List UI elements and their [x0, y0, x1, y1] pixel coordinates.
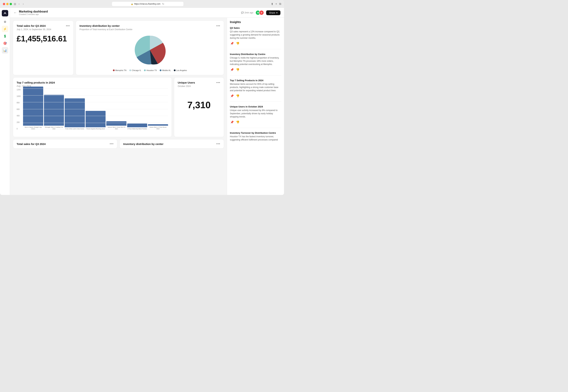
- minimize-button[interactable]: [6, 3, 9, 5]
- insight-2-pin-button[interactable]: 📌: [230, 94, 234, 98]
- sidebar-item-dollar[interactable]: 💲: [2, 33, 8, 39]
- insight-item-2: Top 7 Selling Products in 2024 Menswear …: [230, 79, 281, 102]
- peek-card-1-more-button[interactable]: •••: [110, 142, 114, 145]
- peek-card-1-title: Total sales for Q3 2024: [17, 142, 45, 145]
- lock-icon: 🔒: [131, 3, 133, 5]
- inventory-card-title: Inventory distribution by center: [79, 24, 120, 27]
- insight-2-text: Menswear items account for 65% of top-se…: [230, 83, 281, 92]
- sidebar-item-chart[interactable]: 📊: [2, 47, 8, 54]
- sidebar-item-target[interactable]: 🎯: [2, 40, 8, 46]
- dashboard: Total sales for Q3 2024 ••• July 1, 2024…: [10, 18, 284, 195]
- peek-card-2-title: Inventory distribution by center: [123, 142, 163, 145]
- insight-0-title: Q3 Sales: [230, 27, 281, 29]
- legend-houston: Houston TX: [144, 69, 157, 71]
- insight-item-4: Inventory Turnover by Distribution Centr…: [230, 132, 281, 145]
- insight-2-title: Top 7 Selling Products in 2024: [230, 79, 281, 82]
- insights-title: Insights: [230, 21, 281, 24]
- insight-0-pin-button[interactable]: 📌: [230, 42, 234, 45]
- insight-0-actions: 📌 👎: [230, 42, 281, 45]
- browser-actions: ⬆ + ⧉: [271, 2, 281, 6]
- insight-0-text: Q3 sales represent a 12% increase compar…: [230, 30, 281, 40]
- y-axis: 0 200 400 600 800 1000 1200: [17, 89, 23, 133]
- sidebar-toggle[interactable]: ⊞: [14, 2, 16, 6]
- address-bar[interactable]: 🔒 https://chat.eu.fluenthq.com ↻: [112, 2, 183, 6]
- sidebar-item-settings[interactable]: ⚙: [2, 19, 8, 25]
- header-right: 💬 2min ago N D Share ▾: [241, 10, 280, 15]
- sales-card-subtitle: July 1, 2024, to September 30, 2024: [17, 28, 70, 31]
- browser-chrome: ⊞ ‹ › 🔒 https://chat.eu.fluenthq.com ↻ ⬆…: [0, 0, 284, 8]
- bottom-row: Top 7 selling products in 2024 Aug - Oct…: [13, 77, 224, 137]
- insight-0-dislike-button[interactable]: 👎: [236, 42, 240, 45]
- insight-item-1: Inventory Distribution by Centre Chicago…: [230, 53, 281, 75]
- header-title-area: Marketing dashboard Created 2 minutes ag…: [19, 10, 239, 15]
- close-button[interactable]: [3, 3, 5, 5]
- users-card: Unique Users ••• October 2024 7,310: [174, 77, 224, 137]
- insight-1-text: Chicago IL holds the highest proportion …: [230, 56, 281, 66]
- users-card-subtitle: October 2024: [178, 85, 220, 87]
- share-icon[interactable]: ⬆: [271, 2, 273, 6]
- legend-la: Los Angeles: [174, 69, 187, 71]
- chat-icon: 💬: [241, 12, 244, 14]
- insight-2-dislike-button[interactable]: 👎: [236, 94, 240, 98]
- sales-card: Total sales for Q3 2024 ••• July 1, 2024…: [13, 21, 73, 75]
- insights-panel: Insights Q3 Sales Q3 sales represent a 1…: [227, 18, 284, 195]
- sidebar-item-lightning[interactable]: ⚡: [2, 26, 8, 32]
- peek-card-2: Inventory distribution by center •••: [119, 139, 224, 149]
- inventory-card-more-button[interactable]: •••: [216, 24, 220, 28]
- insight-3-pin-button[interactable]: 📌: [230, 120, 234, 124]
- insight-4-text: Houston TX has the fastest inventory tur…: [230, 135, 281, 141]
- insight-3-title: Unique Users in October 2024: [230, 105, 281, 108]
- sales-card-title: Total sales for Q3 2024: [17, 24, 45, 27]
- grid-lines: [23, 89, 168, 130]
- insight-2-actions: 📌 👎: [230, 94, 281, 98]
- page-header: ← Marketing dashboard Created 2 minutes …: [10, 8, 284, 18]
- main-area: ← Marketing dashboard Created 2 minutes …: [10, 8, 284, 195]
- app-logo: [2, 10, 8, 16]
- insight-1-title: Inventory Distribution by Centre: [230, 53, 281, 56]
- inventory-card-subtitle: Proportion of Total inventory at Each Di…: [79, 28, 220, 31]
- insight-1-actions: 📌 👎: [230, 68, 281, 72]
- url-text: https://chat.eu.fluenthq.com: [134, 3, 160, 5]
- reload-button[interactable]: ↻: [162, 2, 164, 5]
- pie-chart-container: Memphis TN Chicago IL Houston TX: [79, 32, 220, 71]
- page-subtitle: Created 2 minutes ago: [19, 13, 239, 15]
- insight-3-actions: 📌 👎: [230, 120, 281, 124]
- top-row: Total sales for Q3 2024 ••• July 1, 2024…: [13, 21, 224, 75]
- insight-4-title: Inventory Turnover by Distribution Centr…: [230, 132, 281, 134]
- avatar-group: N D: [255, 10, 264, 15]
- pie-legend: Memphis TN Chicago IL Houston TX: [113, 69, 187, 71]
- peek-card-1: Total sales for Q3 2024 •••: [13, 139, 117, 149]
- time-ago: 💬 2min ago: [241, 12, 253, 14]
- bar-chart-wrapper: 0 200 400 600 800 1000 1200: [17, 89, 168, 133]
- insight-1-pin-button[interactable]: 📌: [230, 68, 234, 72]
- icon-sidebar: ⚙ ⚡ 💲 🎯 📊: [0, 8, 10, 195]
- legend-chicago: Chicago IL: [129, 69, 141, 71]
- insight-3-dislike-button[interactable]: 👎: [236, 120, 240, 124]
- maximize-button[interactable]: [10, 3, 12, 5]
- bar-card: Top 7 selling products in 2024 Aug - Oct…: [13, 77, 172, 137]
- page-title: Marketing dashboard: [19, 10, 239, 13]
- nav-back-button[interactable]: ‹: [18, 2, 20, 6]
- app-window: ⚙ ⚡ 💲 🎯 📊 ← Marketing dashboard Created …: [0, 8, 284, 195]
- back-button[interactable]: ←: [14, 11, 17, 15]
- sales-value: £1,455,516.61: [17, 34, 70, 43]
- chevron-down-icon: ▾: [276, 12, 277, 14]
- windows-icon[interactable]: ⧉: [279, 2, 281, 6]
- insight-item-3: Unique Users in October 2024 Unique user…: [230, 105, 281, 128]
- sales-card-more-button[interactable]: •••: [66, 24, 70, 28]
- dashboard-main: Total sales for Q3 2024 ••• July 1, 2024…: [10, 18, 227, 195]
- share-button-label: Share: [269, 12, 275, 14]
- share-button[interactable]: Share ▾: [266, 10, 280, 15]
- insight-1-dislike-button[interactable]: 👎: [236, 68, 240, 72]
- users-card-title: Unique Users: [178, 81, 195, 84]
- bar-card-title: Top 7 selling products in 2024: [17, 81, 55, 84]
- peek-card-2-more-button[interactable]: •••: [216, 142, 220, 145]
- insight-3-text: Unique user activity increased by 8% com…: [230, 109, 281, 118]
- svg-point-0: [5, 13, 5, 14]
- pie-chart: [130, 32, 170, 68]
- avatar-d[interactable]: D: [259, 10, 264, 15]
- nav-forward-button[interactable]: ›: [22, 2, 24, 6]
- users-card-more-button[interactable]: •••: [216, 81, 220, 84]
- new-tab-icon[interactable]: +: [276, 2, 277, 6]
- inventory-card: Inventory distribution by center ••• Pro…: [76, 21, 224, 75]
